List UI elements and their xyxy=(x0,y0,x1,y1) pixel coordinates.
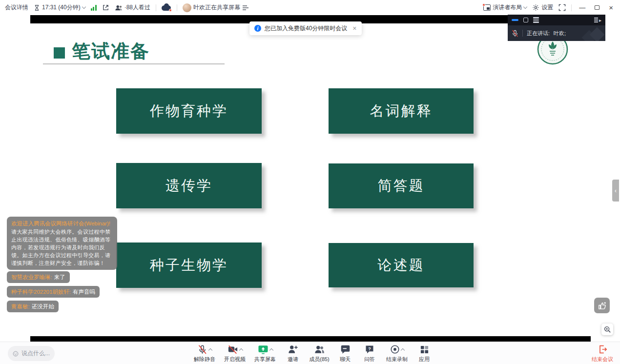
chevron-up-icon[interactable] xyxy=(269,348,273,352)
share-screen-button[interactable]: 共享屏幕 xyxy=(250,344,280,363)
meeting-details-button[interactable]: 会议详情 xyxy=(5,3,28,12)
gear-icon xyxy=(532,4,539,11)
slide-title: 笔试准备 xyxy=(54,39,150,64)
chat-message: 黄嘉敏:还没开始 xyxy=(7,301,59,312)
layout-icon xyxy=(483,4,491,11)
minimize-button[interactable]: — xyxy=(577,4,587,11)
zoom-in-button[interactable] xyxy=(601,324,613,335)
collapse-panel-icon[interactable]: ▸ xyxy=(594,18,601,23)
svg-text:?: ? xyxy=(368,346,371,351)
divider xyxy=(571,4,572,11)
cloud-recording-icon[interactable] xyxy=(162,4,171,11)
speaking-prefix-label: 正在讲话: xyxy=(527,30,550,37)
chevron-down-icon xyxy=(523,5,527,9)
toast-close-icon[interactable]: × xyxy=(352,24,356,32)
layout-label: 演讲者布局 xyxy=(493,3,522,12)
chat-input-placeholder: 说点什么... xyxy=(21,349,50,358)
hourglass-icon xyxy=(34,4,40,11)
chat-message-text: 来了 xyxy=(54,274,65,280)
chevron-up-icon[interactable] xyxy=(208,348,212,352)
thumbs-up-icon xyxy=(598,301,607,310)
speaker-status-bar: 正在讲话: 叶欢; xyxy=(508,25,605,41)
divider xyxy=(156,4,156,11)
invite-button[interactable]: 邀请 xyxy=(280,344,306,363)
record-icon xyxy=(390,344,400,354)
settings-button[interactable]: 设置 xyxy=(532,3,553,12)
toast-message: 您已加入免费版40分钟限时会议 xyxy=(265,24,347,33)
subject-box-genetics: 遗传学 xyxy=(116,163,262,208)
unmute-button[interactable]: 解除静音 xyxy=(189,344,220,363)
letterbox-bottom xyxy=(30,336,591,342)
subject-box-crop-breeding: 作物育种学 xyxy=(116,88,262,134)
speaker-name-label: 叶欢; xyxy=(554,30,566,37)
reaction-button[interactable] xyxy=(594,298,610,313)
divider xyxy=(177,4,177,11)
invite-icon xyxy=(288,344,298,354)
free-version-toast: i 您已加入免费版40分钟限时会议 × xyxy=(249,21,362,35)
chat-message-text: 还没开始 xyxy=(32,303,54,309)
meeting-timer[interactable]: 17:31 (40分钟) xyxy=(34,3,85,12)
chevron-up-icon[interactable] xyxy=(239,348,243,352)
chat-message-list: 智慧农业罗喻琳:来了 种子科学202201胡姣轩:有声音吗 黄嘉敏:还没开始 xyxy=(7,271,100,312)
open-external-icon[interactable] xyxy=(102,4,109,11)
meeting-time-label: 17:31 (40分钟) xyxy=(42,3,81,12)
top-toolbar: 会议详情 17:31 (40分钟) ·88人看过 叶欢正在共享屏幕 xyxy=(0,0,620,15)
muted-mic-icon xyxy=(197,344,207,355)
share-detail-icon[interactable] xyxy=(242,5,249,11)
chevron-up-icon[interactable] xyxy=(400,348,404,352)
exit-meeting-icon xyxy=(598,344,607,354)
chat-button[interactable]: 聊天 xyxy=(333,344,357,363)
qa-button[interactable]: ? 问答 xyxy=(357,344,382,363)
divider xyxy=(522,30,523,37)
welcome-body: 请大家共同维护大会秩序。会议过程中禁止出现违法违规、低俗色情、吸烟酗酒等内容，若… xyxy=(11,228,113,267)
question-icon: ? xyxy=(365,344,374,354)
meeting-window: 会议详情 17:31 (40分钟) ·88人看过 叶欢正在共享屏幕 xyxy=(0,0,620,364)
chat-sender-name: 智慧农业罗喻琳: xyxy=(11,274,52,280)
layout-selector[interactable]: 演讲者布局 xyxy=(483,3,527,12)
chat-message-text: 有声音吗 xyxy=(73,289,95,295)
share-screen-icon xyxy=(258,344,269,354)
bottom-toolbar: 说点什么... 解除静音 开启视频 xyxy=(0,342,620,364)
fullscreen-icon[interactable] xyxy=(558,4,566,11)
muted-mic-icon xyxy=(512,30,518,37)
question-box-short-answer: 简答题 xyxy=(329,163,474,208)
close-button[interactable]: × xyxy=(607,3,615,12)
chat-icon xyxy=(340,344,351,354)
stacked-view-icon[interactable] xyxy=(533,17,539,23)
maximize-button[interactable] xyxy=(595,5,599,10)
viewers-icon xyxy=(115,4,123,11)
minimize-panel-icon[interactable] xyxy=(512,19,518,21)
chat-message: 种子科学202201胡姣轩:有声音吗 xyxy=(7,286,100,298)
sharing-status: 叶欢正在共享屏幕 xyxy=(183,3,249,12)
video-panel-header: ▸ xyxy=(508,15,605,25)
members-button[interactable]: 成员(85) xyxy=(306,344,333,363)
notification-dot xyxy=(482,3,485,6)
info-icon: i xyxy=(254,25,261,32)
camera-off-icon xyxy=(227,344,238,354)
chevron-left-icon: ‹ xyxy=(615,187,617,194)
speaker-video-panel: ▸ 正在讲话: 叶欢; xyxy=(508,15,605,41)
end-meeting-button[interactable]: 结束会议 xyxy=(592,344,613,363)
stop-recording-button[interactable]: 结束录制 xyxy=(382,344,412,363)
apps-grid-icon xyxy=(420,345,429,354)
network-signal-icon[interactable] xyxy=(91,5,97,11)
magnifier-plus-icon xyxy=(604,326,611,333)
viewers-counter[interactable]: ·88人看过 xyxy=(115,3,150,12)
start-video-button[interactable]: 开启视频 xyxy=(220,344,250,363)
chat-sender-name: 黄嘉敏: xyxy=(11,303,30,309)
settings-label: 设置 xyxy=(541,3,553,12)
single-view-icon[interactable] xyxy=(523,18,528,22)
chat-message: 智慧农业罗喻琳:来了 xyxy=(7,271,70,283)
expand-sidebar-handle[interactable]: ‹ xyxy=(612,180,619,202)
viewers-count-label: ·88人看过 xyxy=(124,3,150,12)
subject-box-seed-biology: 种子生物学 xyxy=(116,243,262,288)
smiley-icon xyxy=(13,350,19,357)
members-icon xyxy=(314,344,325,354)
chat-quick-input[interactable]: 说点什么... xyxy=(8,346,55,361)
slide-title-text: 笔试准备 xyxy=(72,39,150,64)
sharer-avatar xyxy=(183,3,191,12)
chevron-down-icon xyxy=(82,5,85,9)
webinar-welcome-message: 欢迎进入腾讯会议网络研讨会(Webinar)! 请大家共同维护大会秩序。会议过程… xyxy=(7,217,117,270)
apps-button[interactable]: 应用 xyxy=(412,344,436,363)
title-square-bullet xyxy=(54,47,65,59)
